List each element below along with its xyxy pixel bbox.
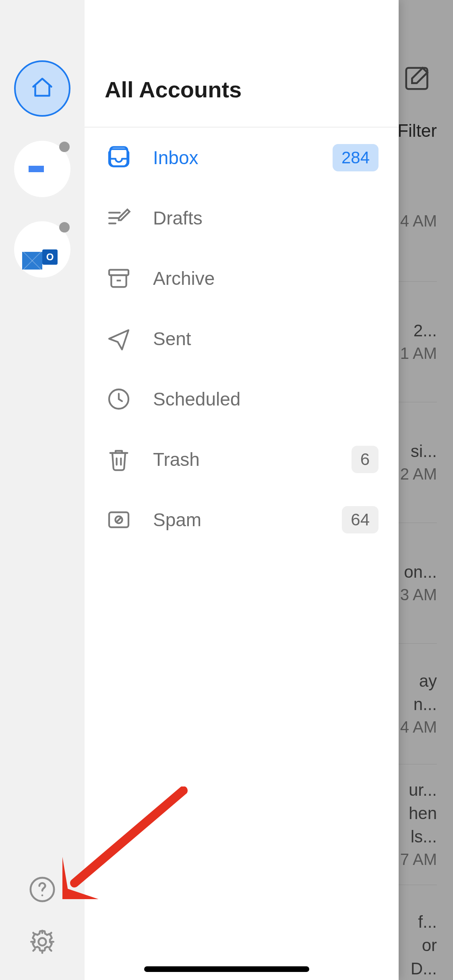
folder-count-badge: 284: [333, 144, 379, 171]
account-google[interactable]: [14, 141, 70, 197]
unread-dot: [59, 142, 70, 152]
folder-label: Sent: [153, 328, 379, 350]
help-button[interactable]: [28, 875, 56, 904]
settings-button[interactable]: [28, 928, 56, 956]
spam-icon: [105, 506, 133, 534]
trash-icon: [105, 445, 133, 474]
sidebar-drawer: O All Accounts: [0, 0, 399, 980]
folder-label: Drafts: [153, 207, 379, 229]
scheduled-icon: [105, 385, 133, 413]
folder-scheduled[interactable]: Scheduled: [85, 369, 399, 429]
svg-point-2: [41, 894, 43, 896]
sent-icon: [105, 325, 133, 353]
folder-count-badge: 6: [352, 446, 379, 473]
svg-rect-4: [109, 270, 128, 275]
account-outlook[interactable]: O: [14, 221, 70, 278]
archive-icon: [105, 264, 133, 292]
folder-drafts[interactable]: Drafts: [85, 188, 399, 248]
drafts-icon: [105, 204, 133, 232]
folder-label: Spam: [153, 509, 342, 531]
svg-line-8: [74, 791, 183, 883]
folder-inbox[interactable]: Inbox 284: [85, 128, 399, 188]
folder-label: Scheduled: [153, 388, 379, 410]
folder-trash[interactable]: Trash 6: [85, 429, 399, 490]
folder-sent[interactable]: Sent: [85, 309, 399, 369]
folder-count-badge: 64: [342, 506, 379, 533]
folder-label: Inbox: [153, 147, 333, 169]
unread-dot: [59, 222, 70, 233]
folder-label: Archive: [153, 268, 379, 289]
folder-archive[interactable]: Archive: [85, 248, 399, 309]
svg-point-3: [39, 938, 46, 946]
account-all-home[interactable]: [14, 60, 70, 117]
folder-label: Trash: [153, 449, 352, 470]
home-icon: [30, 76, 54, 101]
inbox-icon: [105, 144, 133, 172]
panel-title: All Accounts: [85, 60, 399, 128]
home-indicator: [144, 966, 309, 972]
folder-spam[interactable]: Spam 64: [85, 490, 399, 550]
annotation-arrow: [62, 786, 195, 899]
